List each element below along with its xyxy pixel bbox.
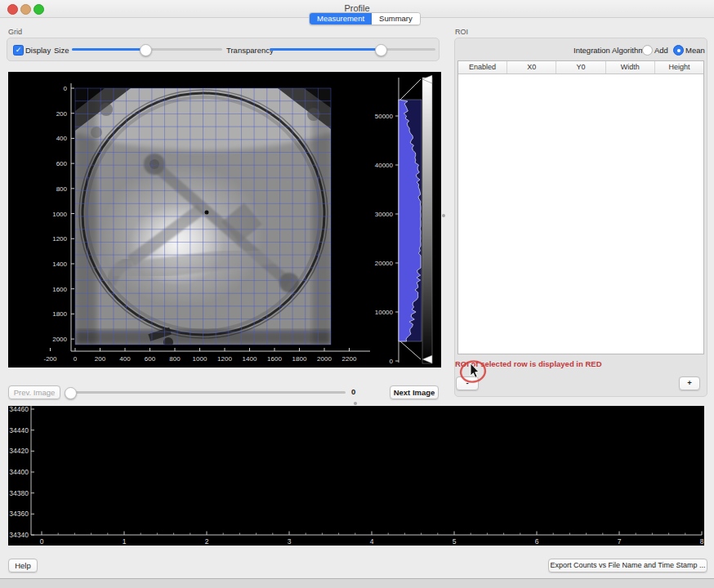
col-y0: Y0: [556, 61, 605, 74]
roi-note: ROI of selected row is displayed in RED: [455, 359, 602, 368]
roi-group-label: ROI: [455, 28, 468, 36]
svg-text:600: 600: [56, 160, 68, 167]
counts-plot-panel: 3446034440344203440034380343603434001234…: [8, 406, 704, 546]
svg-text:400: 400: [56, 135, 68, 142]
tab-summary[interactable]: Summary: [372, 13, 420, 24]
svg-text:30000: 30000: [375, 211, 394, 218]
svg-text:4: 4: [370, 537, 374, 546]
svg-text:0: 0: [64, 85, 68, 92]
svg-text:2: 2: [205, 537, 209, 546]
image-viewer[interactable]: -200020040060080010001200140016001800200…: [8, 72, 441, 368]
svg-text:200: 200: [95, 355, 106, 363]
algorithm-mean-radio[interactable]: [673, 45, 684, 56]
svg-text:600: 600: [145, 355, 156, 363]
svg-text:34380: 34380: [9, 489, 29, 497]
export-button[interactable]: Export Counts vs File Name and Time Stam…: [548, 559, 707, 572]
roi-table[interactable]: Enabled X0 Y0 Width Height: [457, 60, 704, 354]
algorithm-mean-label: Mean: [685, 46, 705, 55]
svg-text:34400: 34400: [9, 468, 29, 476]
svg-text:6: 6: [535, 537, 539, 546]
prev-image-button[interactable]: Prev. Image: [8, 385, 60, 399]
next-image-button[interactable]: Next Image: [390, 385, 439, 399]
svg-text:1: 1: [123, 537, 127, 546]
remove-roi-button[interactable]: -: [456, 376, 479, 390]
col-enabled: Enabled: [458, 61, 507, 74]
svg-text:0: 0: [390, 358, 394, 365]
svg-text:400: 400: [119, 355, 131, 363]
svg-text:20000: 20000: [375, 260, 394, 267]
svg-text:1000: 1000: [193, 355, 208, 363]
svg-text:1200: 1200: [217, 355, 232, 363]
display-label: Display: [25, 46, 51, 55]
svg-text:800: 800: [56, 185, 68, 193]
svg-text:2000: 2000: [317, 355, 332, 363]
vertical-splitter-handle[interactable]: [442, 214, 445, 217]
image-viewer-panel[interactable]: -200020040060080010001200140016001800200…: [8, 72, 441, 368]
image-index-value: 0: [351, 387, 355, 396]
intensity-histogram[interactable]: 01000020000300004000050000: [375, 78, 422, 365]
view-tabs: Measurement Summary: [309, 12, 421, 25]
roi-table-header: Enabled X0 Y0 Width Height: [458, 61, 703, 74]
svg-text:2200: 2200: [342, 355, 357, 363]
svg-text:0: 0: [74, 355, 78, 363]
size-slider-thumb[interactable]: [140, 44, 152, 56]
app-window: Profile Measurement Summary Grid ✓ Displ…: [0, 0, 714, 588]
svg-text:1800: 1800: [292, 355, 307, 363]
col-height: Height: [655, 61, 703, 74]
transparency-label: Transparency: [226, 46, 274, 55]
grid-group-label: Grid: [8, 28, 22, 36]
svg-text:1600: 1600: [52, 286, 67, 293]
svg-text:34340: 34340: [9, 531, 29, 539]
svg-text:0: 0: [40, 537, 44, 546]
svg-text:1200: 1200: [52, 235, 67, 243]
svg-text:1000: 1000: [52, 211, 67, 218]
counts-plot-axes: 3446034440344203440034380343603434001234…: [9, 406, 703, 546]
svg-text:2000: 2000: [52, 336, 67, 343]
counts-plot: 3446034440344203440034380343603434001234…: [8, 406, 704, 546]
help-button[interactable]: Help: [8, 559, 38, 572]
svg-text:1400: 1400: [243, 355, 257, 363]
specimen-image: [52, 72, 355, 347]
svg-text:200: 200: [56, 110, 68, 118]
svg-text:10000: 10000: [375, 309, 394, 316]
algorithm-add-label: Add: [654, 46, 668, 55]
svg-text:8: 8: [700, 537, 704, 546]
window-bottom-edge: [0, 578, 714, 588]
svg-text:34360: 34360: [9, 510, 29, 518]
transparency-slider-thumb[interactable]: [375, 44, 387, 56]
image-index-slider-thumb[interactable]: [65, 387, 77, 399]
tab-measurement[interactable]: Measurement: [310, 13, 372, 24]
colormap-gradient-bar: [422, 78, 432, 363]
transparency-slider-fill: [270, 48, 381, 51]
svg-text:34420: 34420: [9, 447, 29, 455]
size-label: Size: [54, 46, 69, 55]
horizontal-splitter-handle[interactable]: [354, 402, 357, 405]
col-width: Width: [606, 61, 655, 74]
svg-text:7: 7: [618, 537, 622, 546]
image-index-slider-track[interactable]: [65, 391, 346, 394]
add-roi-button[interactable]: +: [679, 376, 700, 390]
svg-text:40000: 40000: [375, 162, 394, 169]
svg-text:34460: 34460: [9, 406, 29, 413]
grid-overlay: [75, 88, 331, 345]
svg-text:1800: 1800: [52, 310, 67, 318]
svg-text:1600: 1600: [267, 355, 282, 363]
svg-text:1400: 1400: [52, 261, 67, 268]
integration-algorithm-label: Integration Algorithm: [573, 46, 645, 55]
display-checkbox[interactable]: ✓: [13, 45, 24, 56]
svg-text:50000: 50000: [375, 113, 394, 120]
svg-text:5: 5: [453, 537, 457, 546]
algorithm-add-radio[interactable]: [642, 45, 653, 56]
size-slider-fill: [72, 48, 145, 51]
svg-text:-200: -200: [43, 355, 57, 363]
col-x0: X0: [507, 61, 556, 74]
svg-text:800: 800: [169, 355, 181, 363]
svg-text:3: 3: [288, 537, 292, 546]
svg-text:34440: 34440: [9, 426, 29, 434]
